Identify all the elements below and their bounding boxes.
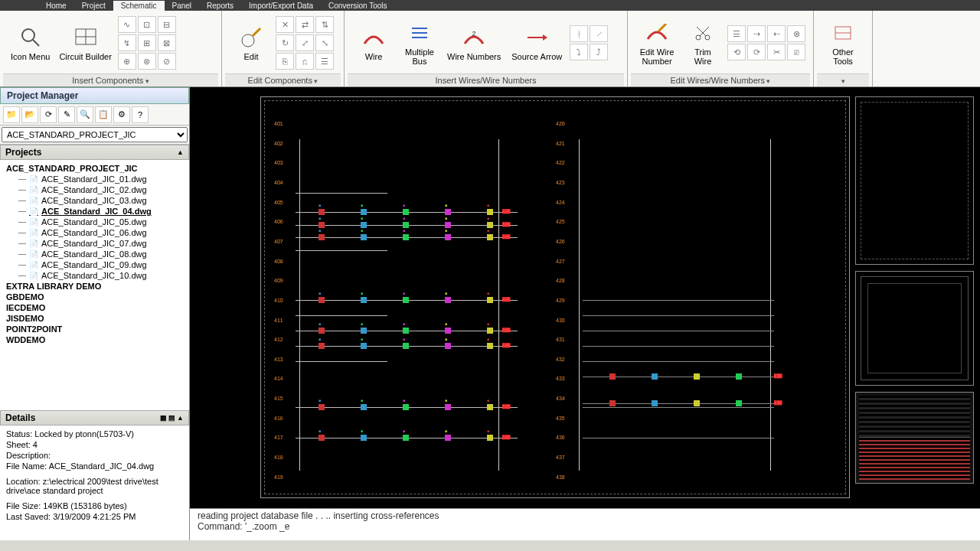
source-arrow-button[interactable]: Source Arrow: [507, 23, 567, 63]
project-folder[interactable]: POINT2POINT: [3, 324, 186, 334]
sm-btn[interactable]: ∿: [118, 16, 136, 33]
sm-btn[interactable]: ⊠: [158, 34, 176, 51]
titleblock-thumb2: [855, 271, 974, 386]
drawing-file[interactable]: ACE_Standard_JIC_08.dwg: [3, 249, 186, 259]
projects-header[interactable]: Projects ▲: [0, 145, 189, 160]
sm-btn[interactable]: ☰: [315, 53, 334, 70]
detail-filesize: File Size: 149KB (153186 bytes): [6, 500, 183, 511]
drawing-file[interactable]: ACE_Standard_JIC_09.dwg: [3, 259, 186, 270]
drawing-file[interactable]: ACE_Standard_JIC_03.dwg: [3, 195, 186, 206]
sm-btn[interactable]: ⊞: [138, 34, 156, 51]
tab-reports[interactable]: Reports: [199, 1, 241, 11]
sm-btn[interactable]: ⤵: [570, 44, 588, 60]
sm-btn[interactable]: ⟳: [747, 44, 766, 60]
wire-small: ⟊⟋ ⤵⤴: [570, 25, 608, 60]
edit-wire-number-button[interactable]: Edit Wire Number: [635, 18, 678, 67]
sm-btn[interactable]: ✕: [276, 16, 294, 33]
sm-btn[interactable]: ⊡: [138, 16, 156, 33]
drawing-canvas[interactable]: — ☐ ✕ 4014204024214034224044234054244064…: [190, 87, 980, 540]
view-toggle2-icon[interactable]: ▤: [168, 414, 175, 422]
sm-btn[interactable]: ⇄: [296, 16, 314, 33]
multiple-bus-button[interactable]: Multiple Bus: [398, 18, 441, 67]
tab-home[interactable]: Home: [38, 1, 74, 11]
project-folder[interactable]: GBDEMO: [3, 292, 186, 302]
tb-tool1[interactable]: ✎: [58, 106, 75, 123]
tb-new[interactable]: 📁: [3, 106, 20, 123]
cmd-prompt: Command: '_.zoom _e: [198, 521, 972, 532]
wire-button[interactable]: Wire: [352, 23, 395, 63]
sm-btn[interactable]: ⤢: [296, 34, 314, 51]
tb-help[interactable]: ?: [132, 106, 149, 123]
wire-numbers-button[interactable]: 2 Wire Numbers: [444, 23, 504, 63]
edit-wires-small: ☰⇢⇠⊗ ⟲⟳✂⎚: [727, 25, 805, 60]
icon-menu-button[interactable]: Icon Menu: [8, 23, 53, 63]
sm-btn[interactable]: ⤴: [590, 44, 608, 60]
svg-point-5: [242, 34, 254, 47]
project-folder[interactable]: EXTRA LIBRARY DEMO: [3, 281, 186, 292]
drawing-file[interactable]: ACE_Standard_JIC_10.dwg: [3, 270, 186, 281]
sm-btn[interactable]: ⟊: [570, 25, 588, 42]
circuit-builder-button[interactable]: Circuit Builder: [56, 23, 114, 63]
project-folder[interactable]: JISDEMO: [3, 313, 186, 324]
sm-btn[interactable]: ☰: [727, 25, 746, 42]
trim-wire-button[interactable]: Trim Wire: [681, 18, 724, 67]
sm-btn[interactable]: ⊘: [158, 53, 176, 70]
arrow-icon: [524, 24, 550, 51]
project-select[interactable]: ACE_STANDARD_PROJECT_JIC: [2, 127, 188, 142]
project-tree[interactable]: ACE_STANDARD_PROJECT_JICACE_Standard_JIC…: [0, 160, 189, 410]
scissors-icon: [690, 20, 716, 46]
tb-refresh[interactable]: ⟳: [40, 106, 57, 123]
tb-tool3[interactable]: 📋: [95, 106, 112, 123]
project-folder[interactable]: ACE_STANDARD_PROJECT_JIC: [3, 163, 186, 174]
cmd-output: reading project database file . . .. ins…: [198, 510, 972, 521]
sm-btn[interactable]: ⇢: [747, 25, 766, 42]
sm-btn[interactable]: ✂: [767, 44, 786, 60]
collapse-icon[interactable]: ▲: [177, 414, 184, 422]
other-tools-button[interactable]: Other Tools: [822, 18, 864, 67]
titleblock-thumb3: [855, 392, 974, 484]
ribbon: Icon Menu Circuit Builder ∿⊡⊟ ↯⊞⊠ ⊕⊗⊘ In…: [0, 11, 980, 87]
pencil-icon: [238, 24, 264, 51]
sm-btn[interactable]: ⎚: [787, 44, 805, 60]
tab-panel[interactable]: Panel: [165, 1, 200, 11]
collapse-icon[interactable]: ▲: [177, 148, 184, 156]
project-folder[interactable]: WDDEMO: [3, 334, 186, 345]
sm-btn[interactable]: ⇅: [315, 16, 334, 33]
sm-btn[interactable]: ⎌: [296, 53, 314, 70]
tab-conversion[interactable]: Conversion Tools: [321, 1, 395, 11]
svg-text:2: 2: [472, 30, 476, 37]
drawing-file[interactable]: ACE_Standard_JIC_06.dwg: [3, 227, 186, 238]
wire-num-icon: 2: [461, 24, 487, 51]
sm-btn[interactable]: ↯: [118, 34, 136, 51]
drawing-file[interactable]: ACE_Standard_JIC_01.dwg: [3, 174, 186, 184]
sm-btn[interactable]: ⊟: [158, 16, 176, 33]
sm-btn[interactable]: ⊗: [787, 25, 805, 42]
command-line[interactable]: reading project database file . . .. ins…: [190, 508, 980, 540]
sm-btn[interactable]: ⊗: [138, 53, 156, 70]
details-header[interactable]: Details ▦ ▤ ▲: [0, 410, 189, 425]
sm-btn[interactable]: ↻: [276, 34, 294, 51]
sm-btn[interactable]: ⊕: [118, 53, 136, 70]
tb-tool2[interactable]: 🔍: [77, 106, 93, 123]
sm-btn[interactable]: ⟋: [590, 25, 608, 42]
view-toggle-icon[interactable]: ▦: [160, 414, 167, 422]
sm-btn[interactable]: ⟲: [727, 44, 746, 60]
sm-btn[interactable]: ⎘: [276, 53, 294, 70]
svg-point-0: [22, 29, 34, 41]
sm-btn[interactable]: ⤡: [315, 34, 334, 51]
tb-tool4[interactable]: ⚙: [113, 106, 130, 123]
project-manager-panel: Project Manager 📁 📂 ⟳ ✎ 🔍 📋 ⚙ ? ACE_STAN…: [0, 87, 190, 540]
drawing-file[interactable]: ACE_Standard_JIC_05.dwg: [3, 217, 186, 227]
detail-sheet: Sheet: 4: [6, 439, 183, 450]
edit-button[interactable]: Edit: [230, 23, 273, 63]
tb-open[interactable]: 📂: [21, 106, 38, 123]
drawing-file[interactable]: ACE_Standard_JIC_04.dwg: [3, 206, 186, 217]
drawing-file[interactable]: ACE_Standard_JIC_02.dwg: [3, 184, 186, 195]
sm-btn[interactable]: ⇠: [767, 25, 786, 42]
edit-components-small: ✕⇄⇅ ↻⤢⤡ ⎘⎌☰: [276, 16, 334, 70]
drawing-file[interactable]: ACE_Standard_JIC_07.dwg: [3, 238, 186, 249]
tab-import-export[interactable]: Import/Export Data: [241, 1, 321, 11]
tab-schematic[interactable]: Schematic: [113, 1, 165, 11]
tab-project[interactable]: Project: [74, 1, 113, 11]
project-folder[interactable]: IECDEMO: [3, 302, 186, 313]
